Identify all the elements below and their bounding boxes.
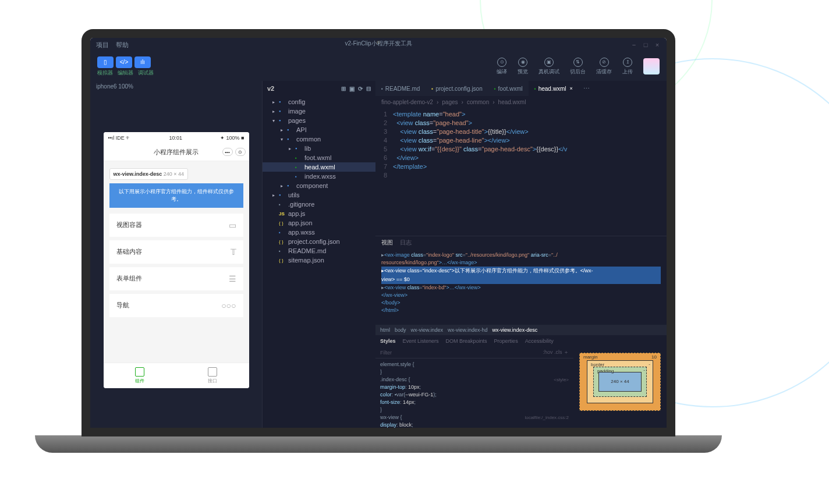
breadcrumb: fino-applet-demo-v2›pages›common›head.wx… [375,96,667,108]
phone-tab[interactable]: 组件 [104,363,176,388]
tree-item[interactable]: { }sitemap.json [263,255,375,265]
toolbar: ▯ </> ılı 模拟器 编辑器 调试器 ⊙编译◉预览▣真机调试⇅切后台⊘清缓… [90,52,667,81]
styles-tab[interactable]: DOM Breakpoints [446,338,487,344]
tree-item[interactable]: ▸▪API [263,125,375,134]
dom-breadcrumb[interactable]: htmlbodywx-view.indexwx-view.index-hdwx-… [375,325,667,335]
tree-item[interactable]: { }project.config.json [263,237,375,246]
tree-item[interactable]: ▪app.wxss [263,228,375,237]
capsule-close-icon[interactable]: ⊙ [235,148,246,156]
refresh-icon[interactable]: ⟳ [358,86,363,92]
insp-tab-view[interactable]: 视图 [381,239,393,247]
tab-close-icon[interactable]: × [569,86,572,91]
menu-help[interactable]: 帮助 [116,41,129,49]
tree-item[interactable]: ▸▪image [263,107,375,116]
tree-item[interactable]: { }app.json [263,218,375,228]
editor-tab[interactable]: ▪README.md [375,81,426,96]
editor-tab[interactable]: ▪project.config.json [426,81,488,96]
toolbar-action-预览[interactable]: ◉预览 [518,58,528,76]
toolbar-action-上传[interactable]: ↥上传 [622,58,633,76]
tree-item[interactable]: ▪.gitignore [263,200,375,209]
app-title: 小程序组件展示 [154,148,199,157]
new-file-icon[interactable]: ⊞ [341,86,346,92]
selected-element[interactable]: 以下用展示小程序官方组件能力，组件样式仅供参考。 [109,183,243,208]
toolbar-action-清缓存[interactable]: ⊘清缓存 [596,58,612,76]
styles-tab[interactable]: Event Listeners [403,338,439,344]
signal-icon: ••ıl IDE ᯤ [108,135,132,141]
list-item[interactable]: 导航○○○ [109,294,243,317]
styles-toggle[interactable]: :hov .cls ＋ [543,349,569,356]
battery-icon: ✦ 100% ■ [220,135,244,141]
editor-area: ▪README.md▪project.config.json▪foot.wxml… [375,81,667,428]
new-folder-icon[interactable]: ▣ [349,86,355,92]
list-item[interactable]: 表单组件☰ [109,267,243,290]
styles-tab[interactable]: Styles [380,338,396,344]
avatar[interactable] [643,58,660,74]
list-item[interactable]: 视图容器▭ [109,214,243,237]
menubar: v2-FinClip小程序开发工具 项目 帮助 − □ × [90,38,667,52]
tree-item[interactable]: ▾▪common [263,134,375,144]
tree-item[interactable]: ▸▪lib [263,144,375,153]
tree-item[interactable]: ▸▪utils [263,190,375,200]
box-model: margin 10 border - padding - 240 × 44 [573,335,667,428]
tab-more-icon[interactable]: ⋯ [579,81,594,96]
editor-tab[interactable]: ▪foot.wxml [488,81,529,96]
maximize-icon[interactable]: □ [642,41,649,48]
simulator-panel: iphone6 100% ••ıl IDE ᯤ 10:01 ✦ 100% ■ 小… [90,81,262,428]
css-rules[interactable]: element.style {}.index-desc {<style> mar… [375,359,573,428]
phone-tab[interactable]: 接口 [176,363,249,388]
close-icon[interactable]: × [654,41,661,48]
toolbar-action-切后台[interactable]: ⇅切后台 [570,58,586,76]
capsule-menu-icon[interactable]: ••• [222,148,233,156]
tree-item[interactable]: JSapp.js [263,209,375,218]
tree-item[interactable]: ▪README.md [263,246,375,255]
phone-preview: ••ıl IDE ᯤ 10:01 ✦ 100% ■ 小程序组件展示 ••• ⊙ … [104,132,249,388]
styles-tab[interactable]: Accessibility [525,338,554,344]
minimize-icon[interactable]: − [630,41,637,48]
tree-item[interactable]: ▸▪config [263,97,375,107]
dom-tree[interactable]: ▸<wx-image class="index-logo" src="../re… [375,249,667,325]
list-item[interactable]: 基础内容𝕋 [109,240,243,264]
devtools-inspector: 视图 日志 ▸<wx-image class="index-logo" src=… [375,236,667,428]
insp-tab-log[interactable]: 日志 [400,239,412,247]
tree-item[interactable]: ▪index.wxss [263,172,375,181]
simulator-toggle[interactable]: ▯ [97,56,114,68]
code-editor[interactable]: 1<template name="head">2 <view class="pa… [375,108,667,236]
project-root[interactable]: v2 [267,85,274,92]
file-explorer: v2 ⊞ ▣ ⟳ ⊟ ▸▪config▸▪image▾▪pages▸▪API▾▪… [262,81,375,428]
editor-tab[interactable]: ▪head.wxml× [529,81,579,96]
menu-project[interactable]: 项目 [96,41,109,49]
tree-item[interactable]: ▸▪component [263,181,375,190]
styles-tab[interactable]: Properties [494,338,518,344]
tree-item[interactable]: ▪foot.wxml [263,153,375,162]
phone-time: 10:01 [169,135,182,141]
window-title: v2-FinClip小程序开发工具 [345,40,412,48]
debugger-toggle[interactable]: ılı [134,56,151,68]
toolbar-action-编译[interactable]: ⊙编译 [497,58,507,76]
ide-window: v2-FinClip小程序开发工具 项目 帮助 − □ × ▯ </> ılı … [90,38,667,428]
tree-item[interactable]: ▾▪pages [263,116,375,125]
styles-filter[interactable]: Filter [380,350,392,356]
toolbar-action-真机调试[interactable]: ▣真机调试 [539,58,559,76]
tree-item[interactable]: ▪head.wxml [263,162,375,172]
collapse-icon[interactable]: ⊟ [366,86,371,92]
editor-toggle[interactable]: </> [116,56,132,68]
simulator-status: iphone6 100% [90,81,262,92]
element-tooltip: wx-view.index-desc 240 × 44 [109,168,189,180]
laptop-frame: v2-FinClip小程序开发工具 项目 帮助 − □ × ▯ </> ılı … [35,29,722,471]
